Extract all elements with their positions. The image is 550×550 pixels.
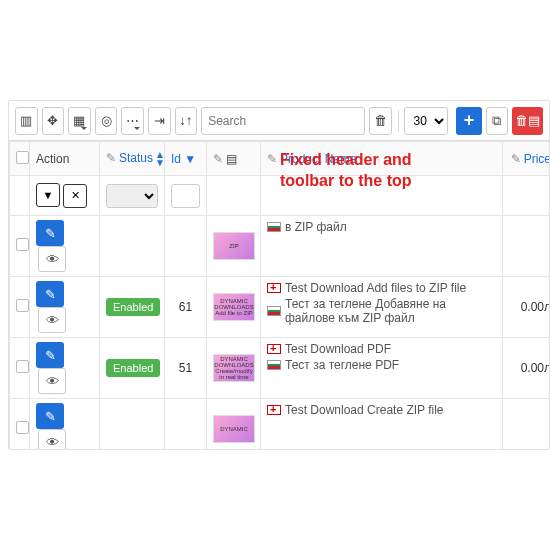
table-row: ✎👁 DYNAMIC Test Download Create ZIP file [10,399,551,451]
col-action: Action [30,142,100,176]
row-checkbox[interactable] [16,360,29,373]
view-button[interactable]: 👁 [38,307,66,333]
name-cell: Test Download Create ZIP file [261,399,503,451]
pencil-icon: ✎ [106,151,116,165]
col-price[interactable]: ✎Price [503,142,551,176]
price-cell [503,399,551,451]
row-checkbox[interactable] [16,238,29,251]
price-cell: 0.00л [503,277,551,338]
flag-bg-icon [267,222,281,232]
col-status[interactable]: ✎Status▲▼ [100,142,165,176]
view-button[interactable]: 👁 [38,429,66,450]
data-table: Action ✎Status▲▼ Id ▼ ✎▤ ✎Product Name ✎… [9,141,550,450]
add-button[interactable]: + [456,107,481,135]
filter-status-select[interactable] [106,184,158,208]
flag-en-icon [267,405,281,415]
select-all-checkbox[interactable] [16,151,29,164]
col-image[interactable]: ✎▤ [207,142,261,176]
toolbar: ▥ ✥ ▦ ◎ ⋯ ⇥ ↓↑ 🗑 30 + ⧉ 🗑▤ [9,101,549,141]
target-button[interactable]: ◎ [95,107,118,135]
table-row: ✎👁 Enabled 61 DYNAMIC DOWNLOADS Add file… [10,277,551,338]
col-checkbox [10,142,30,176]
indent-button[interactable]: ⇥ [148,107,171,135]
col-name[interactable]: ✎Product Name [261,142,503,176]
product-thumb: DYNAMIC DOWNLOADS Add file to ZIP [213,293,255,321]
more-menu-button[interactable]: ⋯ [121,107,144,135]
edit-button[interactable]: ✎ [36,281,64,307]
flag-bg-icon [267,360,281,370]
flag-bg-icon [267,306,281,316]
expand-button[interactable]: ✥ [42,107,65,135]
filter-apply-button[interactable]: ▼ [36,183,60,207]
separator [398,110,399,132]
product-thumb: DYNAMIC [213,415,255,443]
filter-id-input[interactable] [171,184,200,208]
price-cell: 0.00л [503,338,551,399]
sort-icon: ▲▼ [155,151,165,167]
filter-clear-button[interactable]: ✕ [63,184,87,208]
name-cell: Test Download Add files to ZIP file Тест… [261,277,503,338]
name-cell: Test Download PDF Тест за теглене PDF [261,338,503,399]
edit-button[interactable]: ✎ [36,403,64,429]
flag-en-icon [267,344,281,354]
row-checkbox[interactable] [16,421,29,434]
pencil-icon: ✎ [267,152,277,166]
trash-search-button[interactable]: 🗑 [369,107,392,135]
table-row: ✎👁 ZIP в ZIP файл [10,216,551,277]
product-thumb: DYNAMIC DOWNLOADS Create/modify in real … [213,354,255,382]
status-badge: Enabled [106,359,160,377]
view-button[interactable]: 👁 [38,246,66,272]
flag-en-icon [267,283,281,293]
product-thumb: ZIP [213,232,255,260]
table-row: ✎👁 Enabled 51 DYNAMIC DOWNLOADS Create/m… [10,338,551,399]
copy-button[interactable]: ⧉ [486,107,509,135]
row-checkbox[interactable] [16,299,29,312]
filter-row: ▼ ✕ [10,176,551,216]
status-badge: Enabled [106,298,160,316]
toggle-columns-button[interactable]: ▥ [15,107,38,135]
pencil-icon: ✎ [213,152,223,166]
id-cell [165,399,207,451]
grid-menu-button[interactable]: ▦ [68,107,91,135]
search-input[interactable] [201,107,365,135]
edit-button[interactable]: ✎ [36,342,64,368]
price-cell [503,216,551,277]
pencil-icon: ✎ [511,152,521,166]
edit-button[interactable]: ✎ [36,220,64,246]
id-cell [165,216,207,277]
col-id[interactable]: Id ▼ [165,142,207,176]
delete-button[interactable]: 🗑▤ [512,107,543,135]
id-cell: 61 [165,277,207,338]
sort-button[interactable]: ↓↑ [175,107,198,135]
name-cell: в ZIP файл [261,216,503,277]
id-cell: 51 [165,338,207,399]
view-button[interactable]: 👁 [38,368,66,394]
page-size-select[interactable]: 30 [404,107,448,135]
